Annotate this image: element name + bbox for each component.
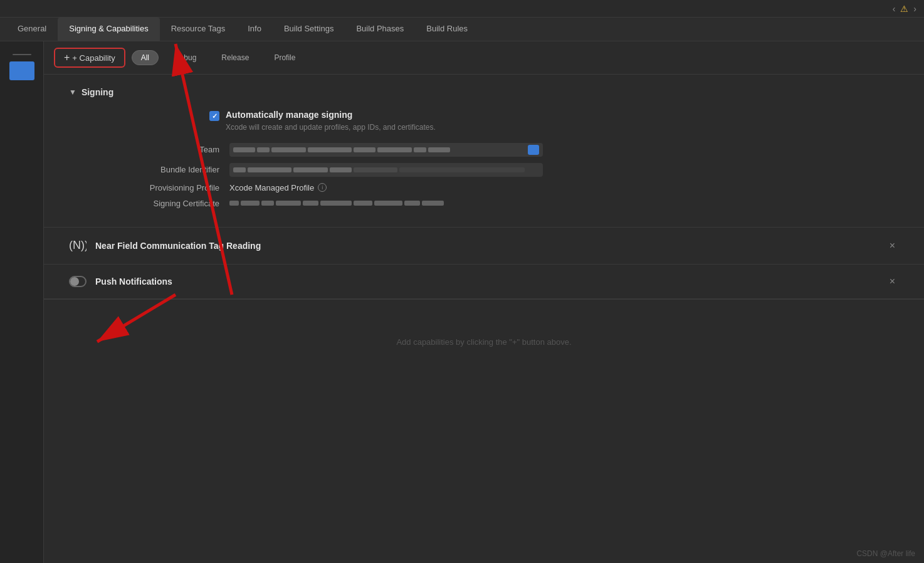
bundle-label: Bundle Identifier [119, 165, 219, 174]
team-field[interactable] [229, 143, 543, 157]
blur-block [320, 201, 352, 206]
sub-tab-bar: + + Capability All Debug Release Profile [44, 41, 924, 75]
push-capability-name: Push Notifications [95, 276, 877, 287]
chevron-left-icon[interactable]: ‹ [893, 4, 896, 14]
nfc-capability-name: Near Field Communication Tag Reading [95, 241, 877, 251]
blur-block [233, 167, 246, 172]
capability-btn-wrapper: + + Capability [54, 48, 125, 68]
push-toggle-icon [69, 276, 87, 287]
tab-info[interactable]: Info [236, 18, 273, 41]
filter-debug-button[interactable]: Debug [165, 50, 206, 65]
blur-block [233, 147, 255, 152]
tab-bar: General Signing & Capabilities Resource … [0, 18, 924, 41]
blur-block [399, 167, 525, 172]
tab-resource-tags[interactable]: Resource Tags [160, 18, 236, 41]
tab-build-phases[interactable]: Build Phases [345, 18, 415, 41]
bundle-field[interactable] [229, 163, 543, 177]
provisioning-row: Provisioning Profile Xcode Managed Profi… [119, 183, 899, 192]
content-area: + + Capability All Debug Release Profile… [44, 41, 924, 563]
blur-block [374, 201, 402, 206]
blur-block [276, 201, 301, 206]
blur-block [248, 167, 291, 172]
footer-hint: Add capabilities by clicking the "+" but… [44, 300, 924, 359]
blur-block [241, 201, 260, 206]
add-capability-label: + Capability [72, 53, 115, 63]
blur-block [422, 201, 444, 206]
blur-block [404, 201, 420, 206]
blur-block [308, 147, 352, 152]
plus-icon: + [64, 52, 70, 63]
top-bar-icons: ‹ ⚠ › [893, 4, 916, 14]
svg-text:(N)): (N)) [69, 239, 87, 251]
blur-block [377, 147, 412, 152]
add-capability-button[interactable]: + + Capability [54, 48, 125, 68]
nfc-close-button[interactable]: × [886, 239, 899, 253]
bundle-value [229, 163, 543, 177]
signing-cert-value [229, 201, 543, 206]
tab-build-settings[interactable]: Build Settings [273, 18, 345, 41]
signing-header: ▼ Signing [69, 87, 899, 97]
blur-block [261, 201, 274, 206]
provisioning-info-icon[interactable]: i [318, 183, 327, 192]
blur-block [257, 147, 270, 152]
tab-signing-capabilities[interactable]: Signing & Capabilities [58, 18, 159, 41]
auto-manage-checkbox[interactable] [209, 111, 219, 121]
filter-profile-button[interactable]: Profile [265, 50, 305, 65]
sidebar-blue-item[interactable] [9, 61, 34, 80]
team-value [229, 143, 543, 157]
main-layout: + + Capability All Debug Release Profile… [0, 41, 924, 563]
chevron-right-icon[interactable]: › [913, 4, 916, 14]
blur-block [414, 147, 426, 152]
auto-signing-text: Automatically manage signing Xcode will … [226, 110, 436, 133]
team-row: Team [119, 143, 899, 157]
filter-all-button[interactable]: All [132, 50, 159, 65]
watermark: CSDN @After life [856, 549, 915, 558]
tab-general[interactable]: General [6, 18, 58, 41]
team-dropdown-indicator [528, 145, 539, 155]
auto-signing-desc: Xcode will create and update profiles, a… [226, 122, 436, 133]
push-close-button[interactable]: × [886, 275, 899, 288]
top-bar: ‹ ⚠ › [0, 0, 924, 18]
capability-push-row: Push Notifications × [44, 265, 924, 299]
team-label: Team [119, 145, 219, 154]
provisioning-value: Xcode Managed Profile i [229, 183, 543, 192]
tab-build-rules[interactable]: Build Rules [415, 18, 479, 41]
blur-block [354, 167, 397, 172]
signing-chevron-icon[interactable]: ▼ [69, 88, 76, 97]
blur-block [330, 167, 352, 172]
signing-fields: Automatically manage signing Xcode will … [69, 110, 899, 208]
sidebar-line-1 [13, 54, 31, 55]
signing-cert-label: Signing Certificate [119, 199, 219, 208]
signing-section: ▼ Signing Automatically manage signing X… [44, 75, 924, 227]
nfc-icon: (N)) [69, 238, 87, 254]
provisioning-profile-text: Xcode Managed Profile [229, 183, 314, 192]
warning-icon: ⚠ [900, 4, 908, 14]
bundle-row: Bundle Identifier [119, 163, 899, 177]
blur-block [229, 201, 239, 206]
filter-release-button[interactable]: Release [212, 50, 258, 65]
provisioning-label: Provisioning Profile [119, 183, 219, 192]
blur-block [303, 201, 318, 206]
blur-block [354, 201, 372, 206]
sidebar [0, 41, 44, 563]
blur-block [293, 167, 328, 172]
blur-block [428, 147, 450, 152]
blur-block [354, 147, 375, 152]
signing-cert-row: Signing Certificate [119, 199, 899, 208]
blur-block [271, 147, 306, 152]
capability-nfc-row: (N)) Near Field Communication Tag Readin… [44, 228, 924, 265]
auto-signing-label: Automatically manage signing [226, 110, 436, 120]
signing-title: Signing [81, 87, 113, 97]
auto-signing-row: Automatically manage signing Xcode will … [119, 110, 899, 133]
